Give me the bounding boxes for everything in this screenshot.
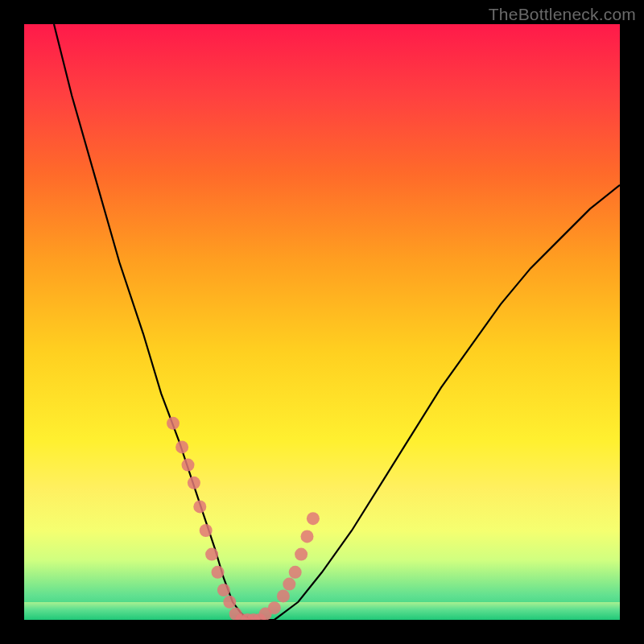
marker-dot — [268, 601, 281, 614]
curve-line — [54, 24, 620, 620]
marker-dot — [167, 417, 180, 430]
marker-group — [167, 417, 320, 620]
marker-dot — [289, 566, 302, 579]
plot-area — [24, 24, 620, 620]
marker-dot — [175, 440, 188, 453]
v-curve-path — [54, 24, 620, 620]
marker-dot — [295, 548, 308, 561]
marker-dot — [217, 584, 230, 597]
marker-dot — [212, 566, 225, 579]
chart-container: TheBottleneck.com — [0, 0, 644, 644]
marker-dot — [193, 500, 206, 513]
watermark-label: TheBottleneck.com — [489, 5, 636, 24]
marker-dot — [301, 530, 314, 543]
marker-dot — [283, 578, 295, 591]
marker-dot — [200, 524, 213, 537]
marker-dot — [182, 459, 195, 472]
chart-svg — [24, 24, 620, 620]
marker-dot — [188, 477, 200, 489]
marker-dot — [307, 512, 320, 525]
marker-dot — [223, 596, 236, 609]
marker-dot — [277, 589, 290, 602]
marker-dot — [205, 548, 218, 561]
